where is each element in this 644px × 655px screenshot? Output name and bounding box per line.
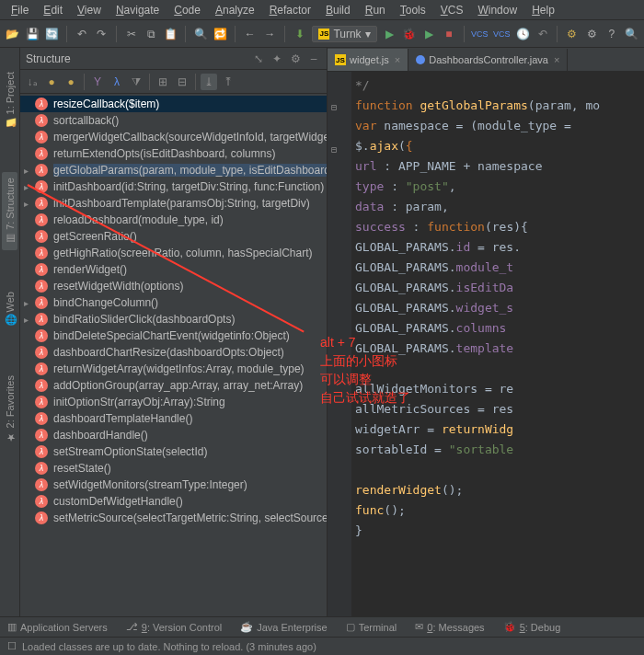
back-icon[interactable]: ← (243, 26, 257, 42)
structure-item-label: sortcallback() (53, 114, 119, 127)
vcs-update-icon[interactable]: VCS (471, 26, 488, 42)
undo-icon[interactable]: ↶ (75, 26, 88, 42)
vcs-history-icon[interactable]: 🕓 (515, 26, 529, 42)
coverage-icon[interactable]: ▶ (422, 26, 436, 42)
structure-tree[interactable]: λresizeCallback($item)λsortcallback()λme… (20, 94, 327, 616)
open-icon[interactable]: 📂 (6, 26, 19, 42)
sync-icon[interactable]: 🔄 (45, 26, 59, 42)
filter-fields-icon[interactable]: Y (89, 74, 106, 90)
structure-item[interactable]: λdashboardTemplateHandle() (20, 410, 327, 427)
structure-item[interactable]: λdashboardChartResize(dashboardOpts:Obje… (20, 344, 327, 361)
code-line: success : function(res){ (355, 217, 644, 237)
favorites-tab[interactable]: ★ 2: Favorites (2, 370, 17, 449)
save-icon[interactable]: 💾 (25, 26, 39, 42)
editor-tab[interactable]: DashboardsController.java× (408, 49, 568, 71)
autoscroll-from-icon[interactable]: ⤒ (220, 74, 236, 90)
sort-type-icon[interactable]: ● (63, 74, 79, 90)
gear-icon[interactable]: ⚙ (288, 52, 303, 66)
expand-icon[interactable]: ✦ (270, 52, 284, 66)
structure-item[interactable]: λresizeCallback($item) (20, 96, 327, 112)
tool-label: 0: Messages (427, 622, 484, 633)
autoscroll-to-icon[interactable]: ⤓ (201, 74, 217, 90)
help-icon[interactable]: ? (604, 26, 618, 42)
structure-item[interactable]: λgetHighRatio(screenRatio, column, hasSp… (20, 245, 327, 261)
tool-debug[interactable]: 🐞5: Debug (503, 621, 561, 633)
tool-vcs[interactable]: ⎇9: Version Control (126, 621, 222, 633)
find-icon[interactable]: 🔍 (193, 26, 207, 42)
menu-run[interactable]: Run (358, 2, 393, 18)
java-icon: ☕ (240, 621, 253, 633)
structure-item[interactable]: λaddOptionGroup(array_app:Array, array_n… (20, 377, 327, 394)
structure-item[interactable]: λreloadDashboard(module_type, id) (20, 212, 327, 228)
cut-icon[interactable]: ✂ (124, 26, 138, 42)
collapse-icon[interactable]: ⤡ (251, 52, 266, 66)
structure-item[interactable]: λcustomDefWidgetHandle() (20, 493, 327, 510)
structure-item[interactable]: λgetGlobalParams(param, module_type, isE… (20, 162, 327, 178)
expand-all-icon[interactable]: ⊞ (155, 74, 171, 90)
structure-item[interactable]: λresetWidgetWidth(options) (20, 278, 327, 294)
menu-window[interactable]: Window (470, 2, 524, 18)
settings-icon[interactable]: ⚙ (585, 26, 599, 42)
tool-msg[interactable]: ✉0: Messages (415, 621, 484, 633)
editor-tab[interactable]: JSwidget.js× (328, 49, 408, 71)
run-icon[interactable]: ▶ (383, 26, 397, 42)
menu-analyze[interactable]: Analyze (208, 2, 262, 18)
search-everywhere-icon[interactable]: 🔍 (625, 26, 638, 42)
structure-item[interactable]: λgetScreenRatio() (20, 228, 327, 245)
menu-view[interactable]: View (70, 2, 109, 18)
build-icon[interactable]: ⬇ (293, 26, 306, 42)
paste-icon[interactable]: 📋 (164, 26, 178, 42)
structure-item[interactable]: λsetStreamOptionState(selectId) (20, 443, 327, 460)
collapse-all-icon[interactable]: ⊟ (174, 74, 190, 90)
close-tab-icon[interactable]: × (395, 54, 400, 65)
structure-item[interactable]: λresetState() (20, 460, 327, 477)
menu-build[interactable]: Build (318, 2, 358, 18)
tool-terminal[interactable]: ▢Terminal (346, 621, 397, 633)
structure-item[interactable]: λinitOptionStr(arrayObj:Array):String (20, 394, 327, 410)
forward-icon[interactable]: → (263, 26, 277, 42)
web-tab[interactable]: 🌐 Web (2, 286, 17, 332)
menu-help[interactable]: Help (524, 2, 562, 18)
function-icon: λ (35, 280, 48, 293)
structure-item[interactable]: λdashboardHandle() (20, 427, 327, 443)
structure-item[interactable]: λbindDeleteSpecialChartEvent(widgetinfo:… (20, 328, 327, 344)
structure-item[interactable]: λrenderWidget() (20, 261, 327, 278)
sort-az-icon[interactable]: ↓ₐ (24, 74, 40, 90)
menu-vcs[interactable]: VCS (433, 2, 471, 18)
menu-edit[interactable]: Edit (36, 2, 70, 18)
menu-refactor[interactable]: Refactor (262, 2, 318, 18)
structure-item[interactable]: λinitDashboardTemplate(paramsObj:String,… (20, 195, 327, 212)
replace-icon[interactable]: 🔁 (213, 26, 227, 42)
filter-lambda-icon[interactable]: λ (109, 74, 125, 90)
sort-vis-icon[interactable]: ● (43, 74, 60, 90)
structure-item[interactable]: λreturnWidgetArray(widgetInfos:Array, mo… (20, 361, 327, 377)
menu-tools[interactable]: Tools (393, 2, 433, 18)
structure-item[interactable]: λsetWidgetMonitors(streamType:Integer) (20, 477, 327, 493)
menu-file[interactable]: File (4, 2, 36, 18)
menu-navigate[interactable]: Navigate (109, 2, 167, 18)
minimize-icon[interactable]: – (306, 52, 321, 66)
vcs-revert-icon[interactable]: ↶ (535, 26, 549, 42)
close-tab-icon[interactable]: × (554, 54, 559, 65)
structure-item[interactable]: λsetMetricSource(selectTargetMetric:Stri… (20, 510, 327, 526)
menu-code[interactable]: Code (167, 2, 208, 18)
project-tab[interactable]: 📁 1: Project (2, 66, 17, 135)
structure-tab[interactable]: ▤ 7: Structure (2, 172, 17, 250)
structure-item[interactable]: λbindRatioSliderClick(dashboardOpts) (20, 311, 327, 328)
structure-item[interactable]: λbindChangeColumn() (20, 294, 327, 311)
tool-server[interactable]: ▥Application Servers (7, 621, 108, 633)
debug-icon[interactable]: 🐞 (402, 26, 416, 42)
vcs-commit-icon[interactable]: VCS (493, 26, 510, 42)
run-config-selector[interactable]: JSTurnk▾ (312, 26, 376, 42)
code-editor[interactable]: ⊟ ⊟ */function getGlobalParams(param, mo… (328, 72, 644, 616)
redo-icon[interactable]: ↷ (95, 26, 109, 42)
filter-icon[interactable]: ⧩ (128, 74, 144, 90)
structure-icon[interactable]: ⚙ (565, 26, 579, 42)
stop-icon[interactable]: ■ (442, 26, 455, 42)
structure-item[interactable]: λmergerWidgetCallback(sourceWidgetInfoId… (20, 129, 327, 145)
tool-java[interactable]: ☕Java Enterprise (240, 621, 327, 633)
copy-icon[interactable]: ⧉ (144, 26, 158, 42)
structure-item[interactable]: λreturnExtendOpts(isEditDashboard, colum… (20, 145, 327, 162)
structure-item[interactable]: λsortcallback() (20, 112, 327, 129)
structure-item[interactable]: λinitDashboard(id:String, targetDiv:Stri… (20, 178, 327, 195)
